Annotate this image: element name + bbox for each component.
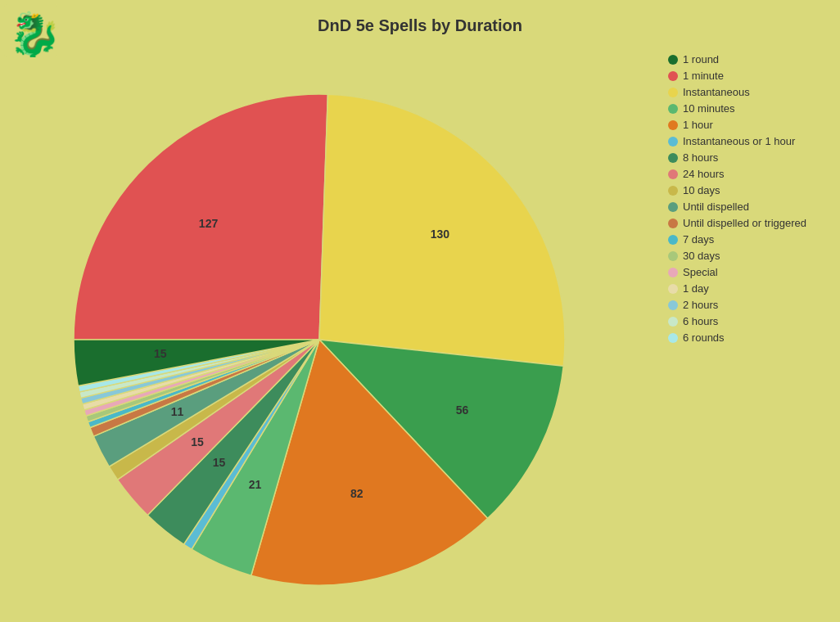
legend-color: [668, 186, 678, 196]
legend-label: 24 hours: [683, 168, 725, 180]
legend-label: Special: [683, 266, 718, 278]
legend-color: [668, 137, 678, 146]
legend-label: 30 days: [683, 250, 720, 262]
pie-label: 127: [199, 217, 219, 230]
legend-item: Until dispelled or triggered: [668, 217, 832, 229]
legend-color: [668, 268, 678, 277]
pie-label: 15: [191, 435, 204, 448]
legend-color: [668, 71, 678, 81]
chart-title: DnD 5e Spells by Duration: [0, 0, 840, 35]
legend-label: Until dispelled or triggered: [683, 217, 806, 229]
legend-color: [668, 169, 678, 179]
legend-item: 10 minutes: [668, 102, 832, 115]
legend-item: 30 days: [668, 250, 832, 262]
legend-color: [668, 202, 678, 212]
legend-color: [668, 120, 678, 130]
legend-item: Special: [668, 266, 832, 278]
legend: 1 round 1 minute Instantaneous 10 minute…: [668, 53, 832, 348]
legend-color: [668, 300, 678, 310]
legend-item: 8 hours: [668, 151, 832, 164]
legend-item: 1 day: [668, 282, 832, 295]
pie-label: 15: [213, 456, 226, 469]
legend-item: 2 hours: [668, 299, 832, 311]
pie-chart: 12713056822115151115: [0, 45, 663, 618]
legend-item: Until dispelled: [668, 201, 832, 213]
legend-label: 6 hours: [683, 315, 718, 327]
pie-label: 130: [431, 228, 450, 241]
pie-label: 15: [154, 347, 167, 360]
legend-label: 10 minutes: [683, 102, 735, 115]
legend-label: 1 round: [683, 53, 719, 65]
legend-color: [668, 333, 678, 343]
legend-label: Instantaneous: [683, 86, 750, 98]
legend-label: 1 day: [683, 282, 709, 295]
legend-label: Until dispelled: [683, 201, 749, 213]
legend-color: [668, 88, 678, 97]
legend-item: 1 hour: [668, 119, 832, 131]
legend-item: Instantaneous: [668, 86, 832, 98]
legend-label: Instantaneous or 1 hour: [683, 135, 795, 147]
legend-color: [668, 235, 678, 245]
pie-label: 11: [171, 405, 184, 418]
pie-label: 56: [456, 403, 469, 417]
legend-item: 6 rounds: [668, 331, 832, 344]
pie-label: 21: [249, 478, 262, 491]
legend-color: [668, 284, 678, 294]
pie-label: 82: [350, 487, 364, 500]
legend-color: [668, 251, 678, 261]
legend-label: 2 hours: [683, 299, 718, 311]
legend-color: [668, 55, 678, 65]
legend-item: 7 days: [668, 233, 832, 246]
legend-item: 10 days: [668, 184, 832, 196]
legend-color: [668, 104, 678, 114]
legend-color: [668, 153, 678, 163]
legend-label: 1 hour: [683, 119, 713, 131]
legend-label: 10 days: [683, 184, 720, 196]
legend-item: 24 hours: [668, 168, 832, 180]
legend-item: 1 round: [668, 53, 832, 65]
legend-label: 6 rounds: [683, 331, 725, 344]
legend-item: 6 hours: [668, 315, 832, 327]
legend-item: Instantaneous or 1 hour: [668, 135, 832, 147]
legend-label: 1 minute: [683, 70, 724, 82]
legend-item: 1 minute: [668, 70, 832, 82]
legend-label: 7 days: [683, 233, 714, 246]
legend-color: [668, 317, 678, 327]
legend-label: 8 hours: [683, 151, 718, 164]
legend-color: [668, 219, 678, 228]
